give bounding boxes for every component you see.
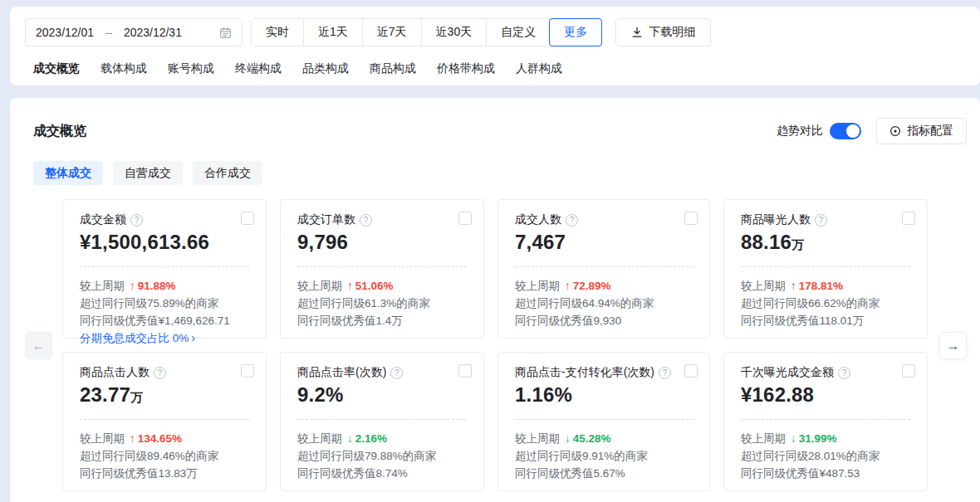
trend-compare-toggle[interactable]: [830, 123, 861, 139]
divider: [80, 419, 249, 420]
metric-card-gmv-per-mille: 千次曝光成交金额 ? ¥162.88 较上周期↓31.99% 超过同行同级28.…: [723, 352, 928, 491]
delta-value: ↑91.88%: [130, 280, 176, 292]
excellent-value-line: 同行同级优秀值¥1,469,626.71: [80, 312, 249, 329]
help-icon[interactable]: ?: [566, 214, 578, 227]
nav-tab-category[interactable]: 品类构成: [302, 61, 349, 76]
nav-tab-terminal[interactable]: 终端构成: [235, 61, 282, 76]
toggle-knob: [846, 124, 860, 138]
delta-line: 较上周期↓2.16%: [297, 430, 467, 447]
divider: [297, 419, 467, 420]
trend-arrow-icon: ↓: [791, 432, 796, 445]
nav-tab-carrier[interactable]: 载体构成: [100, 61, 147, 76]
delta-label: 较上周期: [515, 280, 560, 292]
metric-config-label: 指标配置: [907, 124, 953, 139]
sub-tab-self-operated[interactable]: 自营成交: [113, 161, 183, 185]
quick-range-1d[interactable]: 近1天: [303, 19, 362, 46]
delta-label: 较上周期: [80, 432, 125, 445]
card-select-checkbox[interactable]: [902, 364, 915, 378]
quick-range-7d[interactable]: 近7天: [362, 19, 421, 46]
card-value: 23.77万: [80, 383, 249, 407]
delta-label: 较上周期: [297, 280, 342, 292]
card-value: 9.2%: [297, 383, 467, 407]
help-icon[interactable]: ?: [659, 367, 671, 379]
peer-comparison-line: 超过同行同级79.88%的商家: [297, 447, 467, 465]
sub-tabs: 整体成交 自营成交 合作成交: [23, 161, 967, 185]
card-select-checkbox[interactable]: [684, 212, 698, 225]
help-icon[interactable]: ?: [360, 214, 372, 227]
card-title: 成交人数: [515, 212, 561, 227]
help-icon[interactable]: ?: [838, 367, 850, 379]
nav-tab-account[interactable]: 账号构成: [168, 61, 214, 76]
divider: [741, 266, 910, 267]
peer-comparison-line: 超过同行同级89.46%的商家: [80, 447, 249, 465]
card-title: 商品曝光人数: [741, 212, 811, 227]
metric-card-exposure-users: 商品曝光人数 ? 88.16万 较上周期↑178.81% 超过同行同级66.62…: [723, 199, 928, 339]
card-title: 商品点击-支付转化率(次数): [515, 365, 654, 380]
cards-next-button[interactable]: →: [939, 332, 967, 359]
metric-cards-area: ← 成交金额 ? ¥1,500,613.66 较上周期↑91.88% 超过同行同…: [23, 199, 967, 491]
excellent-value-line: 同行同级优秀值13.83万: [80, 465, 249, 482]
help-icon[interactable]: ?: [154, 367, 166, 379]
metric-cards-grid: 成交金额 ? ¥1,500,613.66 较上周期↑91.88% 超过同行同级7…: [62, 199, 928, 491]
sub-tab-cooperative[interactable]: 合作成交: [193, 161, 262, 185]
card-select-checkbox[interactable]: [684, 364, 698, 378]
card-title: 商品点击率(次数): [297, 365, 386, 380]
card-select-checkbox[interactable]: [458, 364, 472, 378]
trend-arrow-icon: ↑: [347, 280, 353, 292]
metric-config-button[interactable]: 指标配置: [876, 118, 967, 144]
peer-comparison-line: 超过同行同级28.01%的商家: [741, 447, 910, 465]
delta-line: 较上周期↑134.65%: [80, 430, 249, 447]
header-controls: 趋势对比 指标配置: [777, 118, 967, 144]
delta-line: 较上周期↑72.89%: [515, 277, 693, 295]
metric-card-gmv: 成交金额 ? ¥1,500,613.66 较上周期↑91.88% 超过同行同级7…: [62, 199, 267, 339]
card-title: 商品点击人数: [80, 365, 149, 380]
card-value: 9,796: [297, 231, 467, 254]
installment-link[interactable]: 分期免息成交占比 0%›: [80, 329, 249, 347]
nav-tab-audience[interactable]: 人群构成: [516, 61, 562, 76]
help-icon[interactable]: ?: [130, 214, 143, 227]
sub-tab-overall[interactable]: 整体成交: [33, 161, 103, 185]
help-icon[interactable]: ?: [390, 367, 403, 379]
card-title: 成交订单数: [297, 212, 355, 227]
metric-config-icon: [889, 125, 901, 137]
card-value: ¥162.88: [741, 383, 910, 407]
peer-comparison-line: 超过同行同级75.89%的商家: [80, 295, 249, 312]
download-icon: [631, 27, 643, 38]
divider: [741, 419, 910, 420]
card-select-checkbox[interactable]: [458, 212, 472, 225]
nav-tab-price-band[interactable]: 价格带构成: [437, 61, 495, 76]
quick-range-30d[interactable]: 近30天: [421, 19, 487, 46]
nav-tab-product[interactable]: 商品构成: [370, 61, 416, 76]
nav-tabs: 成交概览 载体构成 账号构成 终端构成 品类构成 商品构成 价格带构成 人群构成: [25, 61, 967, 76]
peer-comparison-line: 超过同行同级9.91%的商家: [515, 447, 693, 465]
date-start[interactable]: 2023/12/01: [36, 26, 94, 39]
card-value: 1.16%: [515, 383, 693, 407]
divider: [515, 266, 693, 267]
date-range-picker[interactable]: 2023/12/01 – 2023/12/31: [25, 18, 243, 46]
cards-prev-button[interactable]: ←: [25, 332, 52, 359]
quick-range-realtime[interactable]: 实时: [252, 19, 303, 46]
divider: [297, 266, 467, 267]
card-select-checkbox[interactable]: [241, 364, 254, 378]
quick-range-custom[interactable]: 自定义: [486, 19, 550, 46]
download-button[interactable]: 下载明细: [615, 18, 711, 46]
help-icon[interactable]: ?: [815, 214, 827, 227]
delta-value: ↑134.65%: [130, 432, 182, 445]
excellent-value-line: 同行同级优秀值1.4万: [297, 312, 467, 329]
delta-line: 较上周期↑91.88%: [80, 277, 249, 295]
download-label: 下载明细: [649, 25, 695, 40]
card-select-checkbox[interactable]: [241, 212, 254, 225]
nav-tab-overview[interactable]: 成交概览: [33, 61, 80, 76]
delta-label: 较上周期: [741, 432, 786, 445]
card-value: 88.16万: [741, 231, 910, 254]
date-separator: –: [105, 26, 112, 39]
quick-range-more[interactable]: 更多: [549, 18, 602, 46]
trend-arrow-icon: ↑: [791, 280, 796, 292]
card-title: 千次曝光成交金额: [741, 365, 834, 380]
date-end[interactable]: 2023/12/31: [124, 26, 182, 39]
peer-comparison-line: 超过同行同级66.62%的商家: [741, 295, 910, 312]
card-select-checkbox[interactable]: [902, 212, 915, 225]
delta-value: ↓31.99%: [791, 432, 837, 445]
page-title: 成交概览: [33, 123, 86, 140]
delta-label: 较上周期: [80, 280, 125, 292]
